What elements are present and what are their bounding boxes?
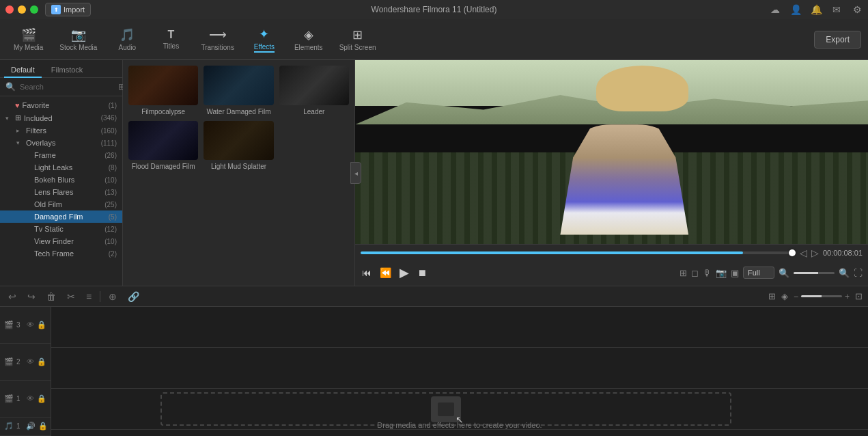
timeline-pip-icon[interactable]: ◈ [781,291,788,301]
zoom-out-timeline[interactable]: − [794,292,798,301]
progress-thumb [789,249,796,256]
minimize-button[interactable] [18,5,26,14]
effects-label: Effects [254,43,275,53]
crop-icon[interactable]: ⊞ [680,268,687,278]
user-icon[interactable]: 👤 [790,4,801,15]
track-lock-2[interactable]: 🔒 [37,357,46,366]
effect-light-mud[interactable]: Light Mud Splatter [204,121,273,171]
tree-item-frame[interactable]: Frame (26) [0,149,122,161]
audio-track-lock[interactable]: 🔒 [38,422,48,431]
tree-item-damaged-film[interactable]: Damaged Film (5) [0,210,122,223]
tool-elements[interactable]: ◈ Elements [288,25,330,54]
tree-item-overlays[interactable]: ▾ Overlays (111) [0,137,122,149]
more-icon[interactable]: ≡ [83,290,94,303]
tracks-area: ↖ Drag media and effects here to create … [51,307,868,436]
tool-transitions[interactable]: ⟶ Transitions [194,25,241,54]
main-toolbar: 🎬 My Media 📷 Stock Media 🎵 Audio T Title… [0,19,868,60]
zoom-in-icon[interactable]: 🔍 [839,268,850,278]
track-lock-1[interactable]: 🔒 [37,394,46,403]
stop-button[interactable]: ⏹ [416,266,428,280]
leader-label: Leader [279,108,349,115]
notification-icon[interactable]: 🔔 [811,4,822,15]
track-lock-3[interactable]: 🔒 [37,321,46,329]
effect-flood-damaged[interactable]: Flood Damaged Film [128,121,198,171]
split-screen-label: Split Screen [339,44,376,51]
cloud-icon[interactable]: ☁ [770,4,781,15]
tool-my-media[interactable]: 🎬 My Media [7,25,50,54]
tree-item-bokeh-blurs[interactable]: Bokeh Blurs (10) [0,174,122,186]
tree-item-tv-static[interactable]: Tv Static (12) [0,223,122,235]
fullscreen-icon[interactable]: ⛶ [854,268,863,278]
track-eye-2[interactable]: 👁 [27,357,34,366]
search-input[interactable] [20,83,114,91]
my-media-label: My Media [14,44,43,51]
fullscreen-button[interactable] [30,5,38,14]
zoom-out-icon[interactable]: 🔍 [779,268,789,278]
add-track-icon[interactable]: ⊕ [106,290,120,303]
delete-icon[interactable]: 🗑 [44,290,59,303]
fit-timeline-icon[interactable]: ⊡ [855,291,863,301]
tool-titles[interactable]: T Titles [150,26,191,53]
tool-split-screen[interactable]: ⊞ Split Screen [333,25,383,54]
mic-icon[interactable]: 🎙 [703,268,712,278]
track-number-1: 1 [16,395,20,403]
pip-icon[interactable]: ▣ [731,268,739,278]
tool-stock-media[interactable]: 📷 Stock Media [53,25,104,54]
tree-item-old-film[interactable]: Old Film (25) [0,198,122,210]
tool-audio[interactable]: 🎵 Audio [107,25,148,54]
track-eye-1[interactable]: 👁 [27,394,34,403]
next-icon[interactable]: ▷ [811,247,819,258]
toolbar-divider [100,291,100,302]
effect-filmpocalypse[interactable]: Filmpocalypse [128,66,198,115]
effect-water-damaged[interactable]: Water Damaged Film [204,66,273,115]
import-button[interactable]: ⬆ Import [45,3,91,16]
light-mud-label: Light Mud Splatter [204,163,273,170]
audio-label: Audio [119,44,137,51]
video-track-icon-3: 🎬 [4,321,14,329]
cut-icon[interactable]: ✂ [64,290,78,303]
zoom-in-timeline[interactable]: + [845,292,850,301]
traffic-lights [5,5,38,14]
settings-icon[interactable]: ⚙ [852,4,863,15]
snapshot-icon[interactable]: 📷 [716,268,727,278]
export-button[interactable]: Export [814,31,861,49]
tree-item-favorite[interactable]: ♥ Favorite (1) [0,99,122,111]
rewind-button[interactable]: ⏮ [361,266,373,280]
safe-area-icon[interactable]: ◻ [691,268,699,278]
mail-icon[interactable]: ✉ [831,4,842,15]
quality-select[interactable]: Full [743,267,774,279]
track-label-audio: 🎵 1 🔊 🔒 [0,418,51,436]
tree-item-lens-flares[interactable]: Lens Flares (13) [0,186,122,198]
my-media-icon: 🎬 [21,27,36,42]
preview-video [355,60,868,244]
tab-filmstock[interactable]: Filmstock [44,63,89,78]
effects-tree: ♥ Favorite (1) ▾ ⊞ Included (346) ▸ Filt… [0,96,122,286]
tree-item-filters[interactable]: ▸ Filters (160) [0,124,122,137]
export-label: Export [826,35,850,44]
tree-item-included[interactable]: ▾ ⊞ Included (346) [0,111,122,124]
preview-controls: ◁ ▷ 00:00:08:01 ⏮ ⏪ ▶ ⏹ ⊞ ◻ 🎙 📷 ▣ Full [355,244,868,286]
link-icon[interactable]: 🔗 [125,290,142,303]
progress-bar-row: ◁ ▷ 00:00:08:01 [355,245,868,261]
redo-icon[interactable]: ↪ [25,290,38,303]
audio-track-speaker[interactable]: 🔊 [26,422,36,431]
collapse-panel-button[interactable]: ◂ [350,162,361,184]
zoom-slider[interactable] [801,295,842,297]
close-button[interactable] [5,5,14,14]
tree-item-light-leaks[interactable]: Light Leaks (8) [0,161,122,174]
tool-effects[interactable]: ✦ Effects [244,24,285,55]
step-back-button[interactable]: ⏪ [378,266,393,280]
undo-icon[interactable]: ↩ [5,290,19,303]
tree-item-tech-frame[interactable]: Tech Frame (2) [0,247,122,260]
track-number-3: 3 [16,321,20,329]
prev-icon[interactable]: ◁ [800,247,807,258]
effect-leader[interactable]: Leader [279,66,349,115]
play-button[interactable]: ▶ [398,264,410,282]
timeline-extra-icon[interactable]: ⊞ [768,291,776,301]
track-label-1: 🎬 1 👁 🔒 [0,381,51,418]
progress-bar[interactable] [361,251,796,254]
volume-slider[interactable] [794,272,835,274]
tab-default[interactable]: Default [4,63,42,78]
track-eye-3[interactable]: 👁 [27,321,34,329]
tree-item-view-finder[interactable]: View Finder (10) [0,235,122,247]
